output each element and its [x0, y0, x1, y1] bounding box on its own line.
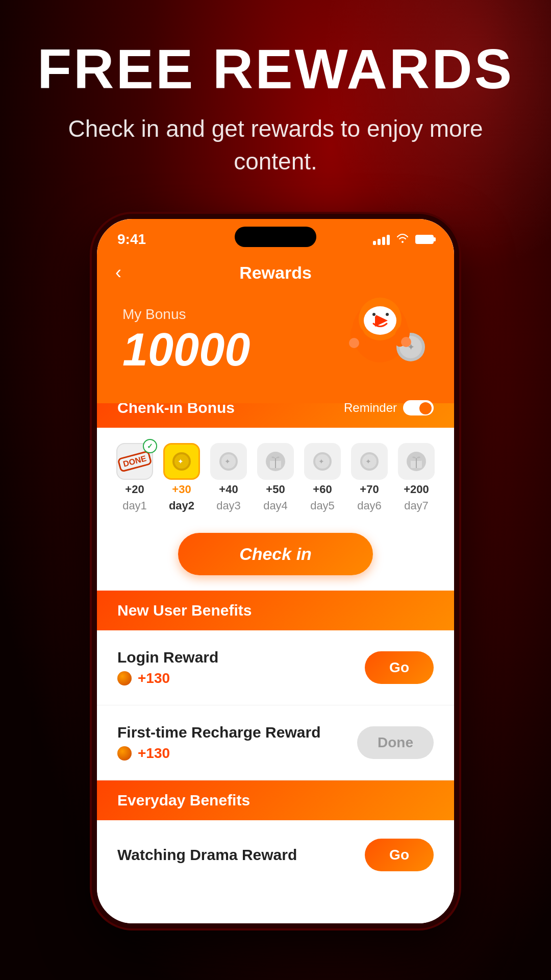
svg-text:✦: ✦: [178, 457, 184, 465]
done-stamp-text: DONE: [117, 450, 152, 473]
status-time: 9:41: [117, 231, 146, 248]
day4-points: +50: [266, 483, 285, 496]
svg-point-13: [349, 338, 359, 348]
recharge-reward-name: First-time Recharge Reward: [117, 724, 320, 741]
recharge-reward-info: First-time Recharge Reward +130: [117, 724, 320, 762]
reminder-toggle[interactable]: [403, 400, 434, 415]
new-user-benefits-header: New User Benefits: [97, 591, 454, 630]
hero-subheadline: Check in and get rewards to enjoy more c…: [66, 112, 485, 178]
recharge-reward-done-button: Done: [357, 726, 434, 759]
day-item-2: ✦ +30 day2: [161, 443, 202, 512]
recharge-reward-points: +130: [138, 745, 170, 762]
everyday-benefits-title: Everyday Benefits: [117, 792, 250, 808]
recharge-reward-points-row: +130: [117, 745, 320, 762]
header-section: My Bonus 10000: [97, 291, 454, 403]
login-reward-info: Login Reward +130: [117, 649, 218, 687]
watching-reward-go-button[interactable]: Go: [365, 839, 434, 871]
day-item-5: ✦ +60 day5: [302, 443, 343, 512]
day4-label: day4: [263, 499, 288, 512]
days-container: DONE ✓ +20 day1 ✦ +30: [97, 428, 454, 528]
new-user-benefits-title: New User Benefits: [117, 602, 252, 619]
watching-reward-name: Watching Drama Reward: [117, 846, 297, 864]
battery-icon: [415, 235, 434, 244]
day5-label: day5: [310, 499, 335, 512]
wifi-icon: [396, 233, 409, 246]
day1-points: +20: [125, 483, 144, 496]
day6-points: +70: [360, 483, 379, 496]
svg-text:✦: ✦: [365, 457, 371, 465]
day-item-1: DONE ✓ +20 day1: [114, 443, 155, 512]
svg-point-14: [401, 337, 411, 347]
login-reward-points-row: +130: [117, 670, 218, 687]
signal-icon: [373, 234, 390, 245]
done-badge: ✓: [143, 439, 157, 453]
watching-reward-row: Watching Drama Reward Go: [97, 820, 454, 881]
back-button[interactable]: ‹: [115, 262, 121, 283]
everyday-benefits-header: Everyday Benefits: [97, 780, 454, 820]
day7-label: day7: [404, 499, 429, 512]
mascot-character: ✦: [332, 281, 434, 383]
day3-label: day3: [216, 499, 241, 512]
phone-mockup: 9:41 ‹ R: [92, 214, 459, 928]
day3-icon: ✦: [210, 443, 247, 480]
svg-text:✦: ✦: [318, 457, 324, 465]
login-reward-name: Login Reward: [117, 649, 218, 666]
day6-icon: ✦: [351, 443, 388, 480]
login-reward-row: Login Reward +130 Go: [97, 630, 454, 705]
day1-label: day1: [122, 499, 147, 512]
day6-label: day6: [357, 499, 382, 512]
day2-label: day2: [169, 499, 194, 512]
day2-icon: ✦: [163, 443, 200, 480]
day-item-6: ✦ +70 day6: [349, 443, 390, 512]
svg-point-7: [386, 313, 389, 316]
day2-points: +30: [172, 483, 191, 496]
login-reward-go-button[interactable]: Go: [365, 651, 434, 684]
svg-point-6: [372, 313, 375, 316]
toggle-knob: [419, 402, 432, 414]
day-item-7: +200 day7: [396, 443, 437, 512]
day7-points: +200: [404, 483, 429, 496]
day1-icon: DONE ✓: [116, 443, 153, 480]
dynamic-island: [235, 227, 316, 247]
checkin-button[interactable]: Check in: [178, 533, 373, 575]
status-icons: [373, 233, 434, 246]
nav-title: Rewards: [239, 263, 312, 283]
day-item-4: +50 day4: [255, 443, 296, 512]
day5-points: +60: [313, 483, 332, 496]
hero-headline: FREE REWARDS: [37, 41, 514, 97]
day3-points: +40: [219, 483, 238, 496]
day4-icon: [257, 443, 294, 480]
login-reward-points: +130: [138, 670, 170, 687]
coin-icon-recharge: [117, 746, 132, 761]
svg-text:✦: ✦: [224, 457, 231, 465]
day-item-3: ✦ +40 day3: [208, 443, 249, 512]
recharge-reward-row: First-time Recharge Reward +130 Done: [97, 705, 454, 780]
white-card: Chenk-in Bonus Reminder DONE ✓ +20: [97, 388, 454, 923]
day7-icon: [398, 443, 435, 480]
main-content: FREE REWARDS Check in and get rewards to…: [0, 0, 551, 928]
coin-icon-login: [117, 671, 132, 685]
day5-icon: ✦: [304, 443, 341, 480]
